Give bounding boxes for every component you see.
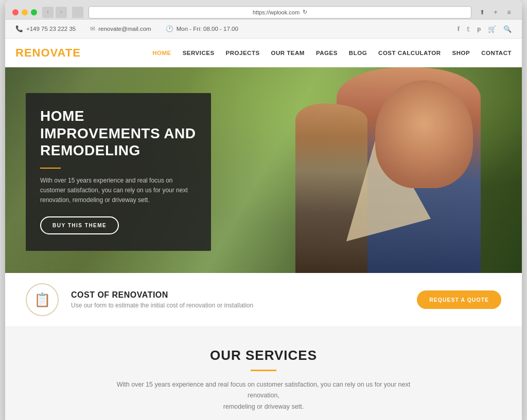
minimize-button[interactable] (22, 9, 28, 15)
email-icon: ✉ (90, 25, 95, 32)
hero-title: HOME IMPROVEMENTS AND REMODELING (40, 107, 197, 159)
cost-title: COST OF RENOVATION (71, 290, 405, 300)
tab-icon (72, 7, 83, 18)
facebook-icon[interactable]: f (458, 25, 460, 33)
email-info: ✉ renovate@mail.com (90, 25, 151, 32)
hero-section: HOME IMPROVEMENTS AND REMODELING With ov… (5, 67, 522, 273)
services-desc-line2: remodeling or driveway sett. (223, 403, 304, 410)
services-desc-line1: With over 15 years experience and real f… (117, 381, 410, 399)
search-icon[interactable]: 🔍 (503, 25, 512, 33)
nav-pages[interactable]: PAGES (316, 50, 338, 56)
services-section: OUR SERVICES With over 15 years experien… (5, 327, 522, 420)
add-tab-button[interactable]: + (490, 7, 501, 18)
cost-description: Use our form to estimate the initial cos… (71, 302, 405, 309)
nav-contact[interactable]: CONTACT (481, 50, 512, 56)
twitter-icon[interactable]: 𝕥 (467, 25, 470, 33)
services-divider (251, 370, 276, 371)
request-quote-button[interactable]: REQUEST A QUOTE (417, 290, 501, 309)
nav-projects[interactable]: PROJECTS (226, 50, 260, 56)
pinterest-icon[interactable]: 𝐩 (477, 25, 481, 33)
browser-nav: ‹ › (42, 7, 67, 18)
nav-blog[interactable]: BLOG (349, 50, 367, 56)
refresh-icon[interactable]: ↻ (303, 9, 307, 15)
site-logo[interactable]: RENOVATE (15, 46, 81, 60)
nav-services[interactable]: SERVICES (183, 50, 215, 56)
window-controls (12, 9, 37, 15)
phone-text: +149 75 23 222 35 (26, 26, 76, 32)
services-title: OUR SERVICES (15, 348, 512, 363)
main-navigation: RENOVATE HOME SERVICES PROJECTS OUR TEAM… (5, 39, 522, 67)
buy-theme-button[interactable]: BUY THIS THEME (40, 216, 119, 234)
browser-actions: ⬆ + ≡ (477, 7, 515, 18)
email-text: renovate@mail.com (98, 26, 151, 32)
share-button[interactable]: ⬆ (477, 7, 488, 18)
nav-links: HOME SERVICES PROJECTS OUR TEAM PAGES BL… (152, 50, 512, 56)
hero-text-box: HOME IMPROVEMENTS AND REMODELING With ov… (26, 93, 211, 251)
services-description: With over 15 years experience and real f… (114, 379, 413, 412)
more-button[interactable]: ≡ (503, 7, 515, 18)
nav-shop[interactable]: SHOP (452, 50, 470, 56)
hero-description: With over 15 years experience and real f… (40, 176, 197, 206)
address-bar[interactable]: https://wplook.com ↻ (89, 6, 471, 19)
forward-button[interactable]: › (56, 7, 67, 18)
hero-content: HOME IMPROVEMENTS AND REMODELING With ov… (26, 93, 211, 251)
maximize-button[interactable] (31, 9, 37, 15)
nav-home[interactable]: HOME (152, 50, 171, 56)
social-links: f 𝕥 𝐩 🛒 🔍 (458, 25, 512, 33)
clock-icon: 🕐 (166, 25, 173, 32)
cost-icon-container: 📋 (26, 283, 59, 316)
cart-icon[interactable]: 🛒 (488, 25, 496, 33)
cost-text-block: COST OF RENOVATION Use our form to estim… (71, 290, 405, 309)
nav-our-team[interactable]: OUR TEAM (271, 50, 305, 56)
cost-renovation-icon: 📋 (34, 292, 50, 308)
hours-text: Mon - Fri: 08.00 - 17.00 (177, 26, 238, 32)
browser-window: ‹ › https://wplook.com ↻ ⬆ + ≡ 📞 +149 75… (5, 0, 522, 420)
info-bar: 📞 +149 75 23 222 35 ✉ renovate@mail.com … (5, 20, 522, 39)
nav-cost-calculator[interactable]: COST CALCULATOR (378, 50, 441, 56)
url-text: https://wplook.com (253, 9, 300, 15)
hero-divider (40, 168, 61, 169)
close-button[interactable] (12, 9, 19, 15)
back-button[interactable]: ‹ (42, 7, 54, 18)
phone-icon: 📞 (15, 25, 23, 32)
cost-renovation-bar: 📋 COST OF RENOVATION Use our form to est… (5, 273, 522, 327)
browser-titlebar: ‹ › https://wplook.com ↻ ⬆ + ≡ (5, 0, 522, 20)
phone-info: 📞 +149 75 23 222 35 (15, 25, 76, 32)
hours-info: 🕐 Mon - Fri: 08.00 - 17.00 (166, 25, 238, 32)
